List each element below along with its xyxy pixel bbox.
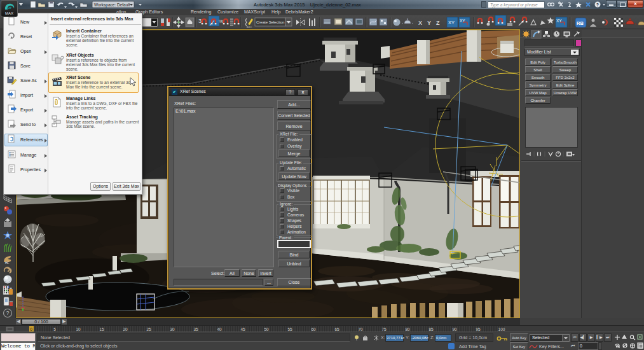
svg-text:100: 100 <box>498 327 505 332</box>
svg-text:Z: Z <box>436 20 440 26</box>
svg-text:?: ? <box>596 3 599 7</box>
svg-text:3: 3 <box>198 18 202 24</box>
svg-text:25: 25 <box>146 327 151 332</box>
svg-text:5: 5 <box>53 327 56 332</box>
svg-text:40: 40 <box>217 327 222 332</box>
svg-text:95: 95 <box>476 327 481 332</box>
svg-text:85: 85 <box>428 327 434 332</box>
svg-text:?: ? <box>6 310 9 316</box>
svg-text:Workspace: Default: Workspace: Default <box>94 3 130 8</box>
svg-text:RB: RB <box>577 20 584 26</box>
svg-text:60: 60 <box>311 327 316 332</box>
svg-text:70: 70 <box>358 327 363 332</box>
svg-text:XY: XY <box>448 20 455 25</box>
svg-text:75: 75 <box>381 327 387 332</box>
svg-text:30: 30 <box>170 327 175 332</box>
svg-text:90: 90 <box>452 327 457 332</box>
svg-text:50: 50 <box>264 327 269 332</box>
svg-text:MAX: MAX <box>5 11 13 15</box>
svg-text:45: 45 <box>240 327 245 332</box>
svg-text:%: % <box>219 18 223 24</box>
svg-text:80: 80 <box>405 327 410 332</box>
svg-text:X: X <box>418 20 422 26</box>
svg-text:55: 55 <box>287 327 292 332</box>
svg-text:0: 0 <box>30 327 32 332</box>
svg-text:HF: HF <box>5 261 10 265</box>
svg-text:ABC: ABC <box>247 25 252 29</box>
svg-text:Y: Y <box>427 20 431 26</box>
svg-text:65: 65 <box>334 327 339 332</box>
svg-text:15: 15 <box>99 327 104 332</box>
svg-text:20: 20 <box>123 327 128 332</box>
svg-text:35: 35 <box>193 327 198 332</box>
svg-text:10: 10 <box>76 327 81 332</box>
